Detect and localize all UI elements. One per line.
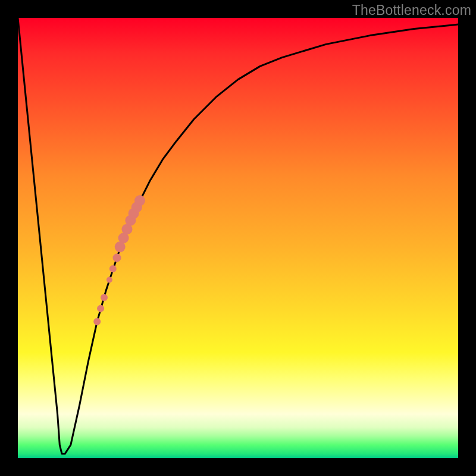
highlight-dots [93, 195, 145, 325]
highlight-dot [97, 305, 104, 312]
highlight-dot [107, 277, 112, 283]
bottleneck-curve [18, 18, 458, 454]
curve-svg [18, 18, 458, 458]
highlight-dot [109, 265, 117, 273]
plot-area [18, 18, 458, 458]
watermark-text: TheBottleneck.com [352, 2, 471, 18]
highlight-dot [101, 294, 108, 301]
chart-frame: TheBottleneck.com [0, 0, 476, 476]
highlight-dot [93, 318, 101, 325]
highlight-dot [113, 253, 121, 262]
highlight-dot [134, 195, 145, 206]
